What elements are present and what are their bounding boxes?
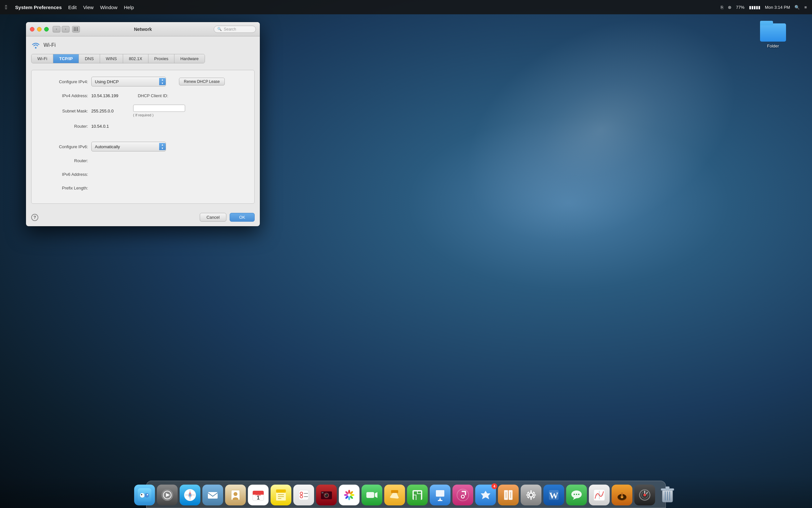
- tab-8021x[interactable]: 802.1X: [123, 54, 148, 63]
- svg-rect-74: [526, 494, 529, 496]
- subnet-mask-value: 255.255.0.0: [91, 109, 114, 114]
- menubar-right: ⎘ ⊛ 77% ▮▮▮▮▮ Mon 3:14 PM 🔍 ≡: [721, 5, 807, 10]
- svg-rect-55: [418, 492, 421, 493]
- apple-menu[interactable]: : [5, 4, 7, 11]
- svg-point-5: [147, 494, 148, 495]
- svg-rect-65: [462, 491, 466, 492]
- search-placeholder-text: Search: [224, 27, 236, 32]
- maximize-button[interactable]: [44, 27, 49, 32]
- dock-background: [146, 481, 666, 508]
- ipv4-address-row: IPv4 Address: 10.54.136.199 DHCP Client …: [39, 91, 246, 100]
- dock-app-instruments[interactable]: [634, 484, 655, 505]
- close-button[interactable]: [30, 27, 35, 32]
- dock-app-appstore[interactable]: 4: [475, 484, 496, 505]
- menu-view[interactable]: View: [83, 5, 94, 10]
- dock-app-keynote[interactable]: [430, 484, 450, 505]
- svg-rect-72: [530, 490, 532, 493]
- ipv6-address-row: IPv6 Address:: [39, 170, 246, 179]
- dock-app-finder[interactable]: [134, 484, 155, 505]
- dock-app-grapher[interactable]: [589, 484, 610, 505]
- tab-tcpip[interactable]: TCP/IP: [53, 54, 79, 63]
- dock-app-contacts[interactable]: [225, 484, 246, 505]
- svg-point-46: [344, 494, 348, 496]
- dock-app-safari[interactable]: [180, 484, 200, 505]
- dock-app-reminders[interactable]: [293, 484, 314, 505]
- svg-point-63: [462, 496, 464, 498]
- dhcp-client-id-label: DHCP Client ID:: [138, 93, 170, 98]
- dock-app-numbers[interactable]: [407, 484, 428, 505]
- svg-point-17: [233, 497, 238, 501]
- bottom-bar: ? Cancel OK: [26, 209, 260, 226]
- dock-app-word[interactable]: W: [543, 484, 564, 505]
- dock-app-itunes[interactable]: [452, 484, 473, 505]
- forward-button[interactable]: ›: [62, 26, 69, 33]
- menu-edit[interactable]: Edit: [68, 5, 77, 10]
- dock-app-launchpad[interactable]: [157, 484, 178, 505]
- clock: Mon 3:14 PM: [765, 5, 790, 10]
- configure-ipv4-select[interactable]: Using DHCP ▲ ▼: [91, 77, 166, 86]
- dock-app-photobooth[interactable]: [316, 484, 337, 505]
- search-box[interactable]: 🔍 Search: [214, 26, 256, 33]
- subnet-mask-label: Subnet Mask:: [39, 109, 91, 114]
- configure-ipv4-label: Configure IPv4:: [39, 79, 91, 84]
- select-arrow-ipv6: ▲ ▼: [159, 143, 165, 150]
- wifi-icon-menubar[interactable]: ⊛: [728, 5, 731, 10]
- grid-button[interactable]: [72, 26, 80, 33]
- dock-app-sysprefs[interactable]: [521, 484, 541, 505]
- svg-rect-102: [666, 486, 669, 489]
- configure-ipv6-select[interactable]: Automatically ▲ ▼: [91, 142, 166, 152]
- dock-app-messages[interactable]: [566, 484, 587, 505]
- router-label: Router:: [39, 124, 91, 129]
- svg-point-42: [350, 494, 354, 496]
- dock-app-calendar[interactable]: FEB 1: [248, 484, 269, 505]
- menu-help[interactable]: Help: [124, 5, 134, 10]
- cancel-button[interactable]: Cancel: [200, 213, 226, 222]
- dock-app-pencil[interactable]: [384, 484, 405, 505]
- tab-dns[interactable]: DNS: [79, 54, 100, 63]
- dhcp-client-id-input[interactable]: [133, 104, 185, 112]
- ipv4-address-label: IPv4 Address:: [39, 93, 91, 98]
- dock-app-notes[interactable]: [271, 484, 291, 505]
- airplay-icon[interactable]: ⎘: [721, 5, 723, 10]
- folder-icon: [760, 19, 786, 42]
- dock-app-trash[interactable]: [657, 484, 678, 505]
- app-name[interactable]: System Preferences: [15, 5, 62, 10]
- dock-app-facetime[interactable]: [362, 484, 382, 505]
- dock: FEB 1: [0, 475, 812, 508]
- svg-point-4: [141, 494, 142, 495]
- renew-dhcp-button[interactable]: Renew DHCP Lease: [179, 78, 225, 85]
- dock-app-photos[interactable]: [339, 484, 360, 505]
- tab-hardware[interactable]: Hardware: [175, 54, 204, 63]
- tabs: Wi-Fi TCP/IP DNS WINS 802.1X Proxies Har…: [31, 54, 205, 64]
- svg-rect-48: [366, 492, 374, 498]
- svg-point-97: [643, 494, 646, 496]
- svg-rect-75: [533, 494, 536, 496]
- window-controls: [30, 27, 49, 32]
- tab-proxies[interactable]: Proxies: [148, 54, 175, 63]
- tab-wins[interactable]: WINS: [100, 54, 123, 63]
- tab-wifi[interactable]: Wi-Fi: [32, 54, 53, 63]
- minimize-button[interactable]: [37, 27, 42, 32]
- subnet-mask-row: Subnet Mask: 255.255.0.0 ( If required ): [39, 104, 246, 117]
- ok-button[interactable]: OK: [230, 213, 255, 222]
- search-icon-menubar[interactable]: 🔍: [795, 5, 800, 10]
- svg-point-40: [348, 490, 350, 494]
- search-icon: 🔍: [217, 27, 222, 31]
- dhcp-hint-text: ( If required ): [133, 113, 154, 117]
- svg-rect-51: [391, 490, 398, 493]
- dock-app-mail[interactable]: [202, 484, 223, 505]
- wifi-header: Wi-Fi: [31, 42, 255, 49]
- svg-rect-73: [530, 497, 532, 500]
- form-area: Configure IPv4: Using DHCP ▲ ▼ Renew DHC…: [31, 70, 255, 204]
- notification-center-icon[interactable]: ≡: [804, 5, 807, 10]
- dock-app-garageband[interactable]: [612, 484, 632, 505]
- desktop:  System Preferences Edit View Window He…: [0, 0, 812, 508]
- menu-window[interactable]: Window: [100, 5, 117, 10]
- dock-app-ibooks[interactable]: [498, 484, 519, 505]
- svg-rect-38: [322, 492, 324, 493]
- help-button[interactable]: ?: [31, 214, 38, 221]
- desktop-folder[interactable]: Folder: [760, 19, 786, 48]
- back-button[interactable]: ‹: [53, 26, 60, 33]
- battery-percentage: 77%: [736, 5, 745, 10]
- router6-label: Router:: [39, 158, 91, 163]
